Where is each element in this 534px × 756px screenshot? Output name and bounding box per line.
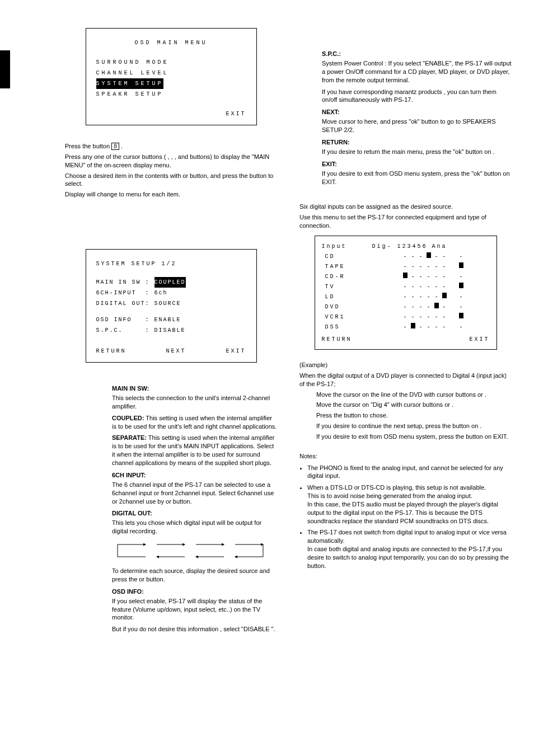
digmap-cell: - <box>425 272 433 282</box>
digmap-ana-cell: - <box>457 252 465 262</box>
def-label: OSD INFO: <box>112 588 277 595</box>
def-body: If you desire to return the main menu, p… <box>322 148 512 156</box>
digmap-label: LD <box>322 292 376 302</box>
def-body: SEPARATE: This setting is used when the … <box>112 434 277 467</box>
digmap-label: CD <box>322 252 376 262</box>
def-body: The 6 channel input of the PS-17 can be … <box>112 481 277 506</box>
osd2-title: SYSTEM SETUP 1/2 <box>96 259 246 269</box>
def-body: This lets you chose which digital input … <box>112 519 277 536</box>
notes-list: The PHONO is fixed to the analog input, … <box>299 464 512 570</box>
digmap-cell <box>409 322 417 332</box>
osd-item: SURROUND MODE <box>96 57 246 68</box>
osd-main-menu: OSD MAIN MENU SURROUND MODE CHANNEL LEVE… <box>86 28 257 125</box>
digmap-row: CD------ <box>322 252 490 262</box>
digmap-cell: - <box>425 262 433 272</box>
digmap-cell <box>401 272 409 282</box>
digmap-header: Input Dig- 123456 Ana <box>322 242 490 252</box>
digmap-cell: - <box>409 272 417 282</box>
flow-arrows-icon <box>112 539 269 564</box>
osd-item-selected: SYSTEM SETUP <box>96 78 246 89</box>
digmap-label: CD-R <box>322 272 376 282</box>
page: OSD MAIN MENU SURROUND MODE CHANNEL LEVE… <box>22 22 512 637</box>
digmap-cell: - <box>441 312 448 322</box>
osd2-line: OSD INFO : ENABLE <box>96 314 246 325</box>
digmap-cell: - <box>441 282 448 292</box>
digmap-row: DVD------ <box>322 302 490 312</box>
example-lead: When the digital output of a DVD player … <box>299 372 512 388</box>
def-body: Move cursor to here, and press "ok" butt… <box>322 118 512 134</box>
digmap-ana-cell: - <box>457 272 465 282</box>
digmap-cell: - <box>441 302 448 312</box>
example-step: Press the button to chose. <box>316 411 512 420</box>
digmap-cell <box>425 252 433 262</box>
osd-system-setup: SYSTEM SETUP 1/2 MAIN IN SW : COUPLED 6C… <box>86 249 257 363</box>
def-label: DIGITAL OUT: <box>112 510 277 516</box>
example-step: If you desire to exit from OSD menu syst… <box>316 433 512 441</box>
digmap-ana-cell: - <box>457 292 465 302</box>
digmap-ana-cell: - <box>457 302 465 312</box>
digmap-cell: - <box>441 272 448 282</box>
digmap-ana-cell <box>457 282 465 292</box>
digmap-cell <box>433 302 441 312</box>
text-choose: Choose a desired item in the contents wi… <box>65 172 277 189</box>
digmap-label: TV <box>322 282 376 292</box>
digmap-cell: - <box>417 282 425 292</box>
digmap-cell: - <box>401 262 409 272</box>
digital-input-map: Input Dig- 123456 Ana CD------TAPE------… <box>315 236 497 350</box>
osd2-line: MAIN IN SW : COUPLED <box>96 277 246 288</box>
def-body: If you have corresponding marantz produc… <box>322 88 512 105</box>
digmap-ana-cell <box>457 262 465 272</box>
digmap-cell: - <box>417 312 425 322</box>
digmap-cell: - <box>417 302 425 312</box>
text-display-change: Display will change to menu for each ite… <box>65 190 277 199</box>
digmap-cell: - <box>425 322 433 332</box>
digmap-cell: - <box>425 302 433 312</box>
digmap-label: DSS <box>322 322 376 332</box>
digmap-cell: - <box>433 292 441 302</box>
left-column: OSD MAIN MENU SURROUND MODE CHANNEL LEVE… <box>65 22 277 637</box>
digmap-row: CD-R------ <box>322 272 490 282</box>
digmap-cell: - <box>425 292 433 302</box>
osd2-line: S.P.C. : DISABLE <box>96 325 246 336</box>
def-body: To determine each source, display the de… <box>112 567 277 584</box>
osd2-line: 6CH-INPUT : 6ch <box>96 288 246 298</box>
digmap-cell: - <box>417 322 425 332</box>
def-label: 6CH INPUT: <box>112 472 277 478</box>
osd-title: OSD MAIN MENU <box>96 37 246 48</box>
osd-exit: EXIT <box>96 109 246 119</box>
ref-num: 8 <box>111 143 119 150</box>
digmap-row: LD------ <box>322 292 490 302</box>
digmap-label: DVD <box>322 302 376 312</box>
digmap-cell: - <box>409 282 417 292</box>
digmap-label: TAPE <box>322 262 376 272</box>
digmap-cell: - <box>409 262 417 272</box>
example-step: Move the cursor on the line of the DVD w… <box>316 391 512 399</box>
example-step: Move the cursor on "Dig 4" with cursor b… <box>316 401 512 409</box>
def-body: This selects the connection to the unit'… <box>112 394 277 411</box>
digmap-cell: - <box>401 302 409 312</box>
osd2-line: DIGITAL OUT: SOURCE <box>96 298 246 309</box>
note-item: The PHONO is fixed to the analog input, … <box>307 464 512 481</box>
digmap-cell: - <box>433 312 441 322</box>
text-press-any: Press any one of the cursor buttons ( , … <box>65 153 277 170</box>
example-head: (Example) <box>299 361 512 369</box>
digmap-cell: - <box>409 312 417 322</box>
digmap-cell: - <box>417 292 425 302</box>
example-step: If you desire to continue the next setup… <box>316 422 512 430</box>
digmap-label: VCR1 <box>322 312 376 322</box>
digmap-cell: - <box>409 252 417 262</box>
digmap-cell: - <box>417 262 425 272</box>
osd-item: CHANNEL LEVEL <box>96 68 246 78</box>
digmap-row: TAPE------ <box>322 262 490 272</box>
page-tab <box>0 50 10 88</box>
def-label: NEXT: <box>322 109 512 115</box>
digmap-cell: - <box>409 292 417 302</box>
digmap-cell: - <box>401 292 409 302</box>
digmap-cell: - <box>433 252 441 262</box>
def-body: If you select enable, PS-17 will display… <box>112 597 277 622</box>
osd-item: SPEAKR SETUP <box>96 89 246 100</box>
digmap-cell <box>441 292 448 302</box>
def-label: MAIN IN SW: <box>112 385 277 392</box>
def-label: S.P.C.: <box>322 50 512 57</box>
digmap-footer: RETURN EXIT <box>322 335 490 345</box>
